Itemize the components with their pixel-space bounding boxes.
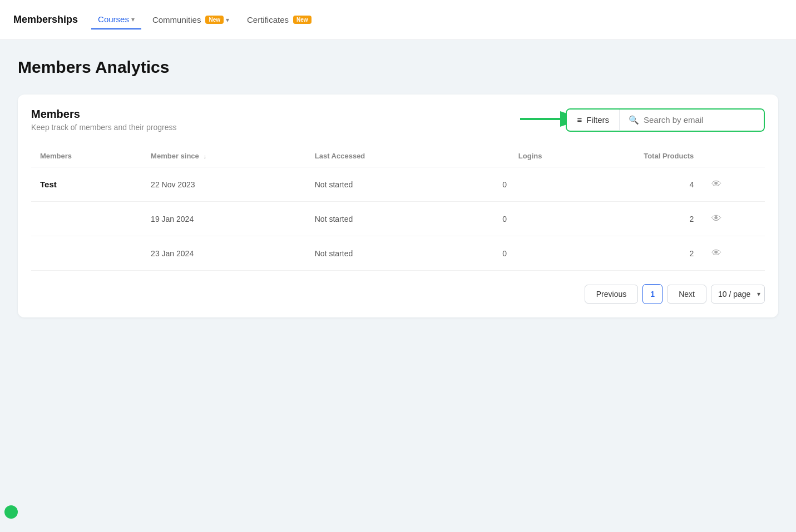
member-since: 23 Jan 2024 [142,236,306,271]
per-page-select[interactable]: 10 / page 20 / page 50 / page [711,285,765,304]
member-since: 22 Nov 2023 [142,167,306,202]
chevron-down-icon: ▾ [131,16,135,23]
members-header: Members Keep track of members and their … [31,108,765,132]
members-table: Members Member since ↓ Last Accessed Log… [31,145,765,271]
nav-item-certificates[interactable]: Certificates New [240,11,318,29]
member-name: Test [31,167,142,202]
certificates-new-badge: New [293,16,312,24]
total-products: 2 [551,202,703,236]
col-members: Members [31,145,142,167]
col-logins: Logins [458,145,551,167]
members-section: Members Keep track of members and their … [18,95,778,317]
table-row: 19 Jan 2024 Not started 0 2 👁 [31,202,765,236]
total-products: 2 [551,236,703,271]
view-action-cell: 👁 [703,236,765,271]
filters-button[interactable]: ≡ Filters [567,110,620,130]
page-title: Members Analytics [18,58,778,77]
logins: 0 [458,202,551,236]
table-body: Test 22 Nov 2023 Not started 0 4 👁 19 Ja… [31,167,765,271]
logins: 0 [458,236,551,271]
previous-button[interactable]: Previous [585,285,638,304]
page-content: Members Analytics Members Keep track of … [0,40,796,335]
member-name [31,202,142,236]
view-icon[interactable]: 👁 [711,178,721,190]
logins: 0 [458,167,551,202]
members-heading: Members [31,108,176,121]
col-member-since: Member since ↓ [142,145,306,167]
filter-icon: ≡ [577,115,582,125]
view-action-cell: 👁 [703,202,765,236]
brand-logo: Memberships [13,14,78,26]
communities-new-badge: New [205,16,224,24]
top-navigation: Memberships Courses ▾ Communities New ▾ … [0,0,796,40]
pagination-row: Previous 1 Next 10 / page 20 / page 50 /… [31,284,765,304]
table-row: Test 22 Nov 2023 Not started 0 4 👁 [31,167,765,202]
members-header-left: Members Keep track of members and their … [31,108,176,132]
col-total-products: Total Products [551,145,703,167]
member-name [31,236,142,271]
last-accessed: Not started [306,236,458,271]
page-number-1[interactable]: 1 [642,284,662,304]
total-products: 4 [551,167,703,202]
search-input[interactable] [644,115,755,125]
search-icon: 🔍 [629,115,639,125]
bottom-indicator-dot [4,505,18,519]
view-icon[interactable]: 👁 [711,247,721,258]
nav-item-communities[interactable]: Communities New ▾ [146,11,236,29]
table-header-row: Members Member since ↓ Last Accessed Log… [31,145,765,167]
last-accessed: Not started [306,167,458,202]
members-subheading: Keep track of members and their progress [31,123,176,132]
nav-item-courses[interactable]: Courses ▾ [91,10,141,29]
table-row: 23 Jan 2024 Not started 0 2 👁 [31,236,765,271]
sort-arrow-icon: ↓ [203,153,206,160]
col-last-accessed: Last Accessed [306,145,458,167]
next-button[interactable]: Next [667,285,706,304]
member-since: 19 Jan 2024 [142,202,306,236]
per-page-wrapper: 10 / page 20 / page 50 / page ▾ [711,285,765,304]
chevron-down-icon-communities: ▾ [226,16,229,24]
view-icon[interactable]: 👁 [711,213,721,224]
col-actions [703,145,765,167]
search-input-wrapper: 🔍 [620,110,764,131]
view-action-cell: 👁 [703,167,765,202]
last-accessed: Not started [306,202,458,236]
filter-search-bar: ≡ Filters 🔍 [566,108,765,132]
table-header: Members Member since ↓ Last Accessed Log… [31,145,765,167]
